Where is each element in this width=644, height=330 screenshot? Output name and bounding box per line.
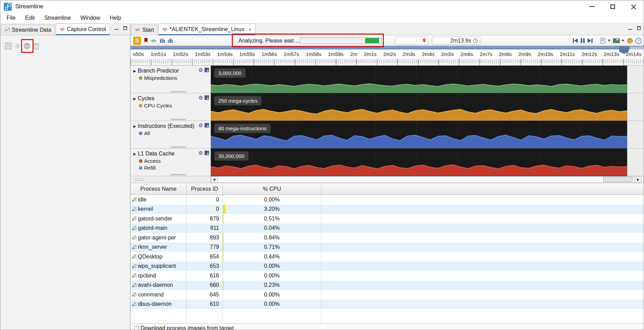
chart-canvas-1[interactable]: 250 mega-cycles (211, 93, 627, 121)
collapse-icon[interactable] (151, 38, 157, 43)
series-mispredictions[interactable]: Mispredictions (139, 75, 209, 81)
minimize-button[interactable] (581, 0, 602, 13)
row-resize-grip[interactable] (171, 91, 186, 92)
tab-streamline-data[interactable]: Streamline Data (1, 25, 55, 35)
palette-icon[interactable] (627, 38, 633, 44)
chart-label-col[interactable]: ▶L1 Data Cache⚙AccessRefill (131, 149, 211, 176)
chart-canvas-3[interactable]: 35,000,000 (211, 149, 627, 176)
pause-icon[interactable] (580, 38, 585, 43)
chart-config-icon[interactable] (160, 38, 165, 44)
chart-label-col[interactable]: ▶Cycles⚙CPU Cycles (131, 93, 211, 121)
color-grid-icon[interactable] (205, 95, 209, 100)
chart-view-icon[interactable] (613, 38, 620, 44)
gear-icon[interactable]: ⚙ (199, 150, 203, 155)
timeline-label: 2m (350, 51, 357, 57)
scroll-right-button[interactable] (635, 176, 642, 183)
timeline-label: 2m3s (402, 51, 415, 57)
skip-back-icon[interactable] (572, 38, 578, 43)
color-grid-icon[interactable] (205, 151, 209, 155)
gear-icon[interactable]: ⚙ (199, 67, 203, 73)
tab-close-icon[interactable]: × (248, 27, 252, 32)
expand-arrow-icon[interactable]: ▶ (133, 152, 136, 156)
process-row-connmand[interactable]: connmand6450.00% (131, 290, 644, 300)
series-cpu-cycles[interactable]: CPU Cycles (139, 103, 209, 109)
process-row-gator-agent-per[interactable]: gator-agent-per8930.84% (131, 233, 644, 243)
expand-arrow-icon[interactable]: ▶ (133, 97, 136, 101)
chart-canvas-0[interactable]: 3,000,000 (211, 66, 627, 93)
editor-tab-start[interactable]: Start (131, 25, 158, 35)
save-icon[interactable] (4, 42, 12, 50)
chart-title-row[interactable]: ▶L1 Data Cache (133, 151, 209, 157)
expand-arrow-icon[interactable]: ▶ (133, 124, 136, 128)
chart-label-col[interactable]: ▶Instructions (Executed)⚙All (131, 121, 211, 149)
editor-minimize-icon[interactable] (628, 29, 632, 30)
process-id-cell: 779 (187, 243, 223, 252)
maximize-button[interactable] (602, 0, 623, 13)
panel-maximize-icon[interactable] (123, 26, 127, 30)
process-row-gatord-main[interactable]: gatord-main8110.04% (131, 224, 644, 233)
stop-icon[interactable]: STOP (23, 42, 31, 50)
row-resize-grip[interactable] (171, 174, 186, 175)
skip-forward-icon[interactable] (587, 38, 593, 43)
process-row-idle[interactable]: idle00.00% (131, 195, 644, 205)
process-row-filler (321, 300, 644, 309)
timeline-tick-ruler[interactable] (131, 58, 644, 66)
menu-item-streamline[interactable]: Streamline (39, 14, 75, 22)
expand-arrow-icon[interactable]: ▶ (133, 69, 136, 73)
gear-icon[interactable]: ⚙ (199, 95, 203, 100)
chart-title-row[interactable]: ▶Cycles (133, 95, 209, 102)
editor-tab--alientek-streamline-linux[interactable]: *ALIENTEK_Streamline_Linux× (159, 23, 255, 35)
bookmark-flag-icon[interactable] (144, 38, 149, 44)
time-index-field[interactable]: 2m13.8s (432, 37, 480, 45)
gear-icon[interactable]: ⚙ (199, 123, 203, 128)
process-row-rpcbind[interactable]: rpcbind6160.00% (131, 271, 644, 281)
process-row-filler (321, 262, 644, 271)
delete-icon[interactable] (32, 42, 40, 50)
series-access[interactable]: Access (139, 158, 209, 164)
series-all[interactable]: All (139, 130, 209, 136)
menu-item-window[interactable]: Window (76, 14, 105, 22)
process-row-gatord-sender[interactable]: gatord-sender8790.51% (131, 214, 644, 224)
report-dropdown-icon[interactable] (608, 40, 610, 41)
row-resize-grip[interactable] (171, 147, 186, 148)
chart-view-dropdown-icon[interactable] (622, 40, 624, 41)
report-icon[interactable] (600, 38, 606, 44)
chart-title-row[interactable]: ▶Branch Predictor (133, 68, 209, 74)
process-row-avahi-daemon[interactable]: avahi-daemon6600.23% (131, 281, 644, 290)
analysis-progress-bar (300, 37, 382, 44)
color-grid-icon[interactable] (205, 68, 209, 72)
column-header-process-id[interactable]: Process ID (187, 183, 223, 195)
close-button[interactable] (623, 0, 644, 13)
tab-capture-control[interactable]: Capture Control (56, 23, 110, 35)
caliper-field[interactable] (395, 37, 428, 45)
sync-icon[interactable] (14, 42, 21, 50)
process-row-wpa_supplicant[interactable]: wpa_supplicant6530.00% (131, 262, 644, 271)
row-resize-grip[interactable] (171, 119, 186, 120)
menu-item-help[interactable]: Help (105, 14, 126, 22)
chart-title-row[interactable]: ▶Instructions (Executed) (133, 123, 209, 129)
timeline-range-scrollbar[interactable] (131, 46, 644, 49)
chart-config-2-icon[interactable] (168, 38, 173, 44)
menu-item-edit[interactable]: Edit (20, 14, 40, 22)
splitter-grip-area[interactable] (131, 176, 211, 183)
menu-item-file[interactable]: File (2, 14, 20, 22)
panel-minimize-icon[interactable] (114, 29, 119, 30)
process-row-rknn_server[interactable]: rknn_server7790.71% (131, 243, 644, 252)
process-row-QDesktop[interactable]: QDesktop6540.44% (131, 252, 644, 262)
color-grid-icon[interactable] (205, 123, 209, 128)
process-row-kernel[interactable]: kernel03.20% (131, 205, 644, 214)
chart-canvas-2[interactable]: 80 mega-instructions (211, 121, 627, 149)
hscrollbar-thumb[interactable] (603, 177, 633, 182)
series-color-dot (139, 166, 142, 170)
cpu-usage-bar (223, 205, 226, 214)
hscrollbar-track[interactable] (218, 176, 635, 183)
series-refill[interactable]: Refill (139, 165, 209, 171)
editor-maximize-icon[interactable] (637, 26, 641, 30)
download-images-checkbox[interactable] (134, 326, 139, 330)
column-header--cpu[interactable]: % CPU (223, 183, 321, 195)
scroll-left-button[interactable] (211, 176, 218, 183)
process-row-dbus-daemon[interactable]: dbus-daemon6100.00% (131, 300, 644, 309)
column-header-process-name[interactable]: Process Name (131, 183, 187, 195)
help-icon[interactable]: ? (635, 38, 642, 44)
chart-label-col[interactable]: ▶Branch Predictor⚙Mispredictions (131, 66, 211, 93)
